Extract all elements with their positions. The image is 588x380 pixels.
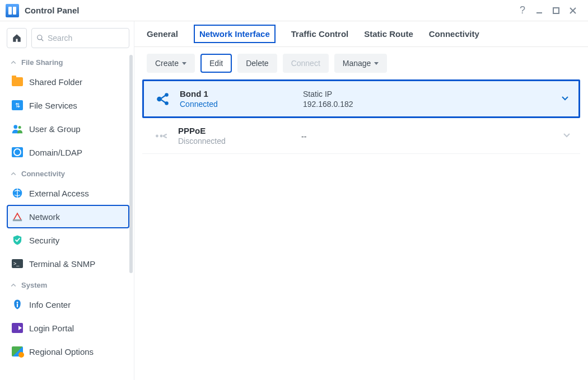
close-icon [568,6,577,15]
sidebar-item-external-access[interactable]: External Access [7,181,129,205]
sidebar-item-user-group[interactable]: User & Group [7,117,129,140]
interface-row-bond1[interactable]: Bond 1 Connected Static IP 192.168.0.182 [142,79,580,118]
sidebar-item-label: Shared Folder [29,77,82,87]
window-title: Control Panel [25,6,80,15]
sidebar-item-label: Regional Options [29,347,94,356]
search-input[interactable] [48,34,124,43]
sidebar-item-network[interactable]: Network [7,205,129,228]
create-button[interactable]: Create [147,54,195,73]
button-label: Manage [343,59,371,68]
tab-network-interface[interactable]: Network Interface [194,25,276,43]
sidebar-item-security[interactable]: Security [7,228,129,252]
info-icon [11,298,24,311]
toolbar: Create Edit Delete Connect Manage [134,47,588,79]
search-icon [36,34,44,43]
interface-type: Static IP [303,90,561,98]
interface-status: Disconnected [178,137,301,146]
sidebar-item-regional-options[interactable]: Regional Options [7,340,129,363]
interface-row-pppoe[interactable]: PPPoE Disconnected -- [142,118,580,154]
interface-ip: -- [301,132,562,141]
caret-down-icon [374,62,379,65]
manage-button[interactable]: Manage [334,54,388,73]
chevron-up-icon [10,282,17,289]
section-system[interactable]: System [7,275,129,293]
sidebar: File Sharing Shared Folder ⇅ File Servic… [0,21,134,380]
sidebar-item-label: User & Group [29,124,81,134]
tab-general[interactable]: General [147,29,178,46]
regional-icon [11,345,24,358]
button-label: Edit [209,59,223,68]
svg-rect-1 [553,8,559,13]
delete-button[interactable]: Delete [237,54,277,73]
svg-line-5 [41,39,43,41]
scrollbar[interactable] [129,55,133,273]
svg-rect-9 [13,219,22,221]
tab-static-route[interactable]: Static Route [364,29,413,46]
external-access-icon [11,187,24,199]
titlebar: Control Panel ? [0,0,588,21]
pppoe-icon [151,129,171,143]
svg-point-18 [160,134,163,137]
edit-button[interactable]: Edit [200,54,232,73]
expand-toggle[interactable] [561,93,570,104]
interface-ip: 192.168.0.182 [303,100,561,109]
sidebar-item-label: Login Portal [29,323,74,333]
button-label: Create [155,59,179,68]
svg-rect-11 [17,304,18,307]
sidebar-item-label: Security [29,236,59,245]
search-box[interactable] [31,28,129,48]
svg-point-17 [156,134,158,137]
file-services-icon: ⇅ [11,99,24,111]
svg-point-10 [17,302,18,303]
interface-list: Bond 1 Connected Static IP 192.168.0.182… [134,79,588,154]
sidebar-item-shared-folder[interactable]: Shared Folder [7,70,129,93]
bond-icon [153,92,173,106]
svg-line-16 [161,100,166,102]
svg-point-7 [18,126,21,129]
sidebar-item-label: External Access [29,189,89,198]
sidebar-item-label: Terminal & SNMP [29,259,95,269]
sidebar-item-domain-ldap[interactable]: Domain/LDAP [7,140,129,164]
close-button[interactable] [564,2,581,19]
home-icon [12,33,22,43]
sidebar-item-terminal-snmp[interactable]: Terminal & SNMP [7,252,129,275]
sidebar-item-label: Domain/LDAP [29,148,82,157]
chevron-down-icon [561,93,570,102]
button-label: Connect [291,59,320,68]
network-icon [11,210,24,223]
home-button[interactable] [7,28,27,48]
expand-toggle[interactable] [562,130,571,141]
tab-traffic-control[interactable]: Traffic Control [291,29,349,46]
chevron-up-icon [10,171,17,177]
chevron-up-icon [10,59,17,66]
maximize-icon [552,6,561,15]
domain-icon [11,146,24,158]
help-button[interactable]: ? [514,2,531,19]
svg-point-4 [38,35,42,40]
section-label: System [21,281,47,289]
minimize-icon [535,6,544,15]
terminal-icon [11,257,24,270]
section-connectivity[interactable]: Connectivity [7,164,129,181]
sidebar-item-file-services[interactable]: ⇅ File Services [7,93,129,117]
connect-button[interactable]: Connect [283,54,329,73]
button-label: Delete [246,59,268,68]
maximize-button[interactable] [548,2,564,19]
sidebar-item-label: File Services [29,101,77,110]
section-file-sharing[interactable]: File Sharing [7,53,129,70]
sidebar-item-info-center[interactable]: Info Center [7,293,129,316]
sidebar-item-label: Network [29,212,60,222]
minimize-button[interactable] [531,2,548,19]
caret-down-icon [182,62,186,65]
chevron-down-icon [562,130,571,139]
help-icon: ? [520,4,525,16]
section-label: File Sharing [21,58,63,67]
sidebar-item-label: Info Center [29,300,71,309]
tab-connectivity[interactable]: Connectivity [429,29,479,46]
login-portal-icon [11,322,24,334]
app-icon [6,4,19,17]
section-label: Connectivity [21,170,65,178]
interface-status: Connected [180,100,303,109]
interface-name: Bond 1 [180,89,303,98]
sidebar-item-login-portal[interactable]: Login Portal [7,316,129,340]
